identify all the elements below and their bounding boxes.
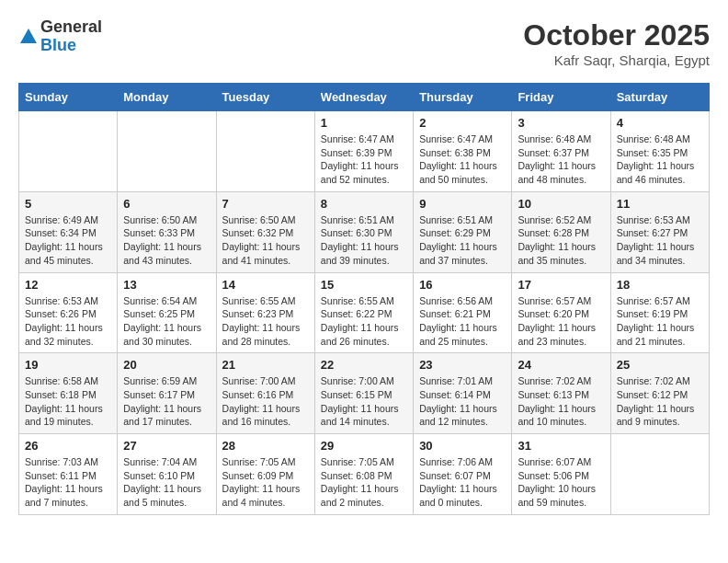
calendar-table: SundayMondayTuesdayWednesdayThursdayFrid… [18,83,710,515]
day-number: 13 [123,278,210,292]
calendar-cell: 6Sunrise: 6:50 AMSunset: 6:33 PMDaylight… [118,191,216,272]
calendar-cell: 11Sunrise: 6:53 AMSunset: 6:27 PMDayligh… [610,191,709,272]
day-number: 21 [222,358,309,372]
calendar-week-row: 1Sunrise: 6:47 AMSunset: 6:39 PMDaylight… [19,111,710,192]
calendar-week-row: 26Sunrise: 7:03 AMSunset: 6:11 PMDayligh… [19,434,710,515]
cell-content: Sunrise: 6:07 AMSunset: 5:06 PMDaylight:… [518,455,604,510]
cell-content: Sunrise: 6:48 AMSunset: 6:35 PMDaylight:… [617,132,703,187]
calendar-cell: 22Sunrise: 7:00 AMSunset: 6:15 PMDayligh… [314,353,413,434]
calendar-cell [610,434,709,515]
cell-content: Sunrise: 7:02 AMSunset: 6:12 PMDaylight:… [617,374,703,429]
calendar-cell: 28Sunrise: 7:05 AMSunset: 6:09 PMDayligh… [216,434,314,515]
calendar-cell: 20Sunrise: 6:59 AMSunset: 6:17 PMDayligh… [118,353,216,434]
day-number: 19 [25,358,111,372]
cell-content: Sunrise: 6:47 AMSunset: 6:39 PMDaylight:… [321,132,407,187]
location-subtitle: Kafr Saqr, Sharqia, Egypt [523,52,710,68]
calendar-cell [216,111,314,192]
day-number: 29 [321,439,407,453]
calendar-cell: 26Sunrise: 7:03 AMSunset: 6:11 PMDayligh… [19,434,118,515]
calendar-cell: 25Sunrise: 7:02 AMSunset: 6:12 PMDayligh… [610,353,709,434]
calendar-cell: 3Sunrise: 6:48 AMSunset: 6:37 PMDaylight… [512,111,610,192]
calendar-cell: 7Sunrise: 6:50 AMSunset: 6:32 PMDaylight… [216,191,314,272]
calendar-cell [118,111,216,192]
calendar-cell: 2Sunrise: 6:47 AMSunset: 6:38 PMDaylight… [414,111,512,192]
svg-marker-0 [20,29,37,43]
calendar-cell: 23Sunrise: 7:01 AMSunset: 6:14 PMDayligh… [414,353,512,434]
calendar-cell: 21Sunrise: 7:00 AMSunset: 6:16 PMDayligh… [216,353,314,434]
weekday-header-friday: Friday [512,84,610,111]
calendar-cell: 30Sunrise: 7:06 AMSunset: 6:07 PMDayligh… [414,434,512,515]
cell-content: Sunrise: 6:54 AMSunset: 6:25 PMDaylight:… [123,294,210,349]
calendar-week-row: 19Sunrise: 6:58 AMSunset: 6:18 PMDayligh… [19,353,710,434]
month-title: October 2025 [523,18,710,52]
cell-content: Sunrise: 6:48 AMSunset: 6:37 PMDaylight:… [518,132,604,187]
logo-text: General Blue [40,18,102,55]
cell-content: Sunrise: 7:00 AMSunset: 6:16 PMDaylight:… [222,374,309,429]
logo-icon [18,27,39,47]
cell-content: Sunrise: 7:02 AMSunset: 6:13 PMDaylight:… [518,374,604,429]
day-number: 17 [518,278,604,292]
calendar-cell: 24Sunrise: 7:02 AMSunset: 6:13 PMDayligh… [512,353,610,434]
day-number: 25 [617,358,703,372]
calendar-cell: 5Sunrise: 6:49 AMSunset: 6:34 PMDaylight… [19,191,118,272]
title-block: October 2025 Kafr Saqr, Sharqia, Egypt [523,18,710,68]
cell-content: Sunrise: 6:50 AMSunset: 6:32 PMDaylight:… [222,213,309,268]
cell-content: Sunrise: 6:55 AMSunset: 6:22 PMDaylight:… [321,294,407,349]
cell-content: Sunrise: 6:52 AMSunset: 6:28 PMDaylight:… [518,213,604,268]
weekday-header-saturday: Saturday [610,84,709,111]
day-number: 2 [419,116,506,130]
day-number: 4 [617,116,703,130]
day-number: 20 [123,358,210,372]
calendar-week-row: 12Sunrise: 6:53 AMSunset: 6:26 PMDayligh… [19,272,710,353]
calendar-cell: 31Sunrise: 6:07 AMSunset: 5:06 PMDayligh… [512,434,610,515]
calendar-cell: 8Sunrise: 6:51 AMSunset: 6:30 PMDaylight… [314,191,413,272]
calendar-cell: 15Sunrise: 6:55 AMSunset: 6:22 PMDayligh… [314,272,413,353]
day-number: 5 [25,197,111,211]
day-number: 7 [222,197,309,211]
calendar-cell: 27Sunrise: 7:04 AMSunset: 6:10 PMDayligh… [118,434,216,515]
calendar-cell: 16Sunrise: 6:56 AMSunset: 6:21 PMDayligh… [414,272,512,353]
weekday-header-wednesday: Wednesday [314,84,413,111]
logo: General Blue [18,18,102,55]
cell-content: Sunrise: 6:55 AMSunset: 6:23 PMDaylight:… [222,294,309,349]
day-number: 6 [123,197,210,211]
calendar-cell: 19Sunrise: 6:58 AMSunset: 6:18 PMDayligh… [19,353,118,434]
weekday-header-sunday: Sunday [19,84,118,111]
day-number: 31 [518,439,604,453]
calendar-cell: 10Sunrise: 6:52 AMSunset: 6:28 PMDayligh… [512,191,610,272]
cell-content: Sunrise: 7:04 AMSunset: 6:10 PMDaylight:… [123,455,210,510]
cell-content: Sunrise: 7:00 AMSunset: 6:15 PMDaylight:… [321,374,407,429]
calendar-cell: 14Sunrise: 6:55 AMSunset: 6:23 PMDayligh… [216,272,314,353]
day-number: 12 [25,278,111,292]
cell-content: Sunrise: 7:06 AMSunset: 6:07 PMDaylight:… [419,455,506,510]
day-number: 8 [321,197,407,211]
cell-content: Sunrise: 6:56 AMSunset: 6:21 PMDaylight:… [419,294,506,349]
cell-content: Sunrise: 6:47 AMSunset: 6:38 PMDaylight:… [419,132,506,187]
cell-content: Sunrise: 7:05 AMSunset: 6:09 PMDaylight:… [222,455,309,510]
calendar-cell: 29Sunrise: 7:05 AMSunset: 6:08 PMDayligh… [314,434,413,515]
day-number: 27 [123,439,210,453]
day-number: 23 [419,358,506,372]
calendar-week-row: 5Sunrise: 6:49 AMSunset: 6:34 PMDaylight… [19,191,710,272]
day-number: 10 [518,197,604,211]
cell-content: Sunrise: 6:53 AMSunset: 6:27 PMDaylight:… [617,213,703,268]
day-number: 30 [419,439,506,453]
cell-content: Sunrise: 6:57 AMSunset: 6:19 PMDaylight:… [617,294,703,349]
cell-content: Sunrise: 6:59 AMSunset: 6:17 PMDaylight:… [123,374,210,429]
weekday-header-tuesday: Tuesday [216,84,314,111]
cell-content: Sunrise: 7:03 AMSunset: 6:11 PMDaylight:… [25,455,111,510]
cell-content: Sunrise: 6:50 AMSunset: 6:33 PMDaylight:… [123,213,210,268]
cell-content: Sunrise: 6:51 AMSunset: 6:29 PMDaylight:… [419,213,506,268]
calendar-cell: 13Sunrise: 6:54 AMSunset: 6:25 PMDayligh… [118,272,216,353]
weekday-header-thursday: Thursday [414,84,512,111]
calendar-cell: 17Sunrise: 6:57 AMSunset: 6:20 PMDayligh… [512,272,610,353]
calendar-header-row: SundayMondayTuesdayWednesdayThursdayFrid… [19,84,710,111]
day-number: 9 [419,197,506,211]
day-number: 24 [518,358,604,372]
page-header: General Blue October 2025 Kafr Saqr, Sha… [18,18,710,68]
cell-content: Sunrise: 6:58 AMSunset: 6:18 PMDaylight:… [25,374,111,429]
calendar-cell: 18Sunrise: 6:57 AMSunset: 6:19 PMDayligh… [610,272,709,353]
calendar-cell: 9Sunrise: 6:51 AMSunset: 6:29 PMDaylight… [414,191,512,272]
cell-content: Sunrise: 6:53 AMSunset: 6:26 PMDaylight:… [25,294,111,349]
day-number: 26 [25,439,111,453]
